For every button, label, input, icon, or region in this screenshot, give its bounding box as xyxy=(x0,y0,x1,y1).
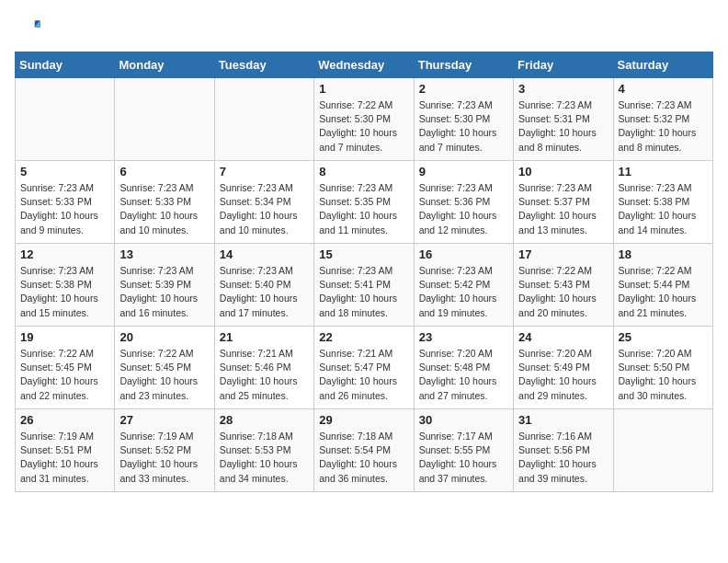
day-number: 7 xyxy=(220,165,309,178)
day-info: Sunrise: 7:20 AM Sunset: 5:50 PM Dayligh… xyxy=(619,347,708,403)
day-number: 2 xyxy=(419,82,508,96)
day-info: Sunrise: 7:22 AM Sunset: 5:43 PM Dayligh… xyxy=(518,264,608,320)
day-number: 25 xyxy=(619,330,708,344)
day-number: 28 xyxy=(220,413,309,427)
calendar-cell: 4Sunrise: 7:23 AM Sunset: 5:32 PM Daylig… xyxy=(613,78,712,161)
day-info: Sunrise: 7:23 AM Sunset: 5:36 PM Dayligh… xyxy=(419,181,508,237)
calendar-cell: 20Sunrise: 7:22 AM Sunset: 5:45 PM Dayli… xyxy=(115,327,214,409)
calendar-cell: 12Sunrise: 7:23 AM Sunset: 5:38 PM Dayli… xyxy=(16,244,115,327)
day-info: Sunrise: 7:23 AM Sunset: 5:41 PM Dayligh… xyxy=(319,264,408,320)
calendar-cell: 29Sunrise: 7:18 AM Sunset: 5:54 PM Dayli… xyxy=(314,409,414,492)
calendar-cell: 26Sunrise: 7:19 AM Sunset: 5:51 PM Dayli… xyxy=(16,409,115,492)
calendar-cell: 21Sunrise: 7:21 AM Sunset: 5:46 PM Dayli… xyxy=(214,327,313,409)
day-header-wednesday: Wednesday xyxy=(314,52,414,78)
calendar-week-row: 19Sunrise: 7:22 AM Sunset: 5:45 PM Dayli… xyxy=(16,327,713,409)
day-number: 29 xyxy=(319,413,408,427)
calendar-cell: 16Sunrise: 7:23 AM Sunset: 5:42 PM Dayli… xyxy=(414,244,513,327)
calendar-cell xyxy=(115,78,214,161)
day-number: 13 xyxy=(119,247,209,261)
day-info: Sunrise: 7:16 AM Sunset: 5:56 PM Dayligh… xyxy=(518,430,608,486)
day-info: Sunrise: 7:23 AM Sunset: 5:35 PM Dayligh… xyxy=(319,181,408,237)
calendar-cell: 6Sunrise: 7:23 AM Sunset: 5:33 PM Daylig… xyxy=(115,161,214,244)
page-header xyxy=(15,15,713,40)
day-number: 30 xyxy=(419,413,508,427)
day-number: 22 xyxy=(319,330,408,344)
calendar-cell xyxy=(613,409,712,492)
calendar-cell: 1Sunrise: 7:22 AM Sunset: 5:30 PM Daylig… xyxy=(314,78,414,161)
day-info: Sunrise: 7:23 AM Sunset: 5:30 PM Dayligh… xyxy=(419,98,508,155)
calendar-cell: 11Sunrise: 7:23 AM Sunset: 5:38 PM Dayli… xyxy=(613,161,712,244)
day-info: Sunrise: 7:23 AM Sunset: 5:38 PM Dayligh… xyxy=(619,181,708,237)
day-number: 31 xyxy=(518,413,608,427)
day-number: 4 xyxy=(619,82,708,96)
day-info: Sunrise: 7:23 AM Sunset: 5:33 PM Dayligh… xyxy=(20,181,109,237)
calendar-cell: 18Sunrise: 7:22 AM Sunset: 5:44 PM Dayli… xyxy=(613,244,712,327)
day-info: Sunrise: 7:21 AM Sunset: 5:46 PM Dayligh… xyxy=(220,347,309,403)
calendar-cell: 23Sunrise: 7:20 AM Sunset: 5:48 PM Dayli… xyxy=(414,327,513,409)
day-number: 14 xyxy=(220,247,309,261)
day-info: Sunrise: 7:22 AM Sunset: 5:45 PM Dayligh… xyxy=(119,347,209,403)
calendar-week-row: 1Sunrise: 7:22 AM Sunset: 5:30 PM Daylig… xyxy=(16,78,713,161)
calendar-cell: 27Sunrise: 7:19 AM Sunset: 5:52 PM Dayli… xyxy=(115,409,214,492)
calendar-cell: 19Sunrise: 7:22 AM Sunset: 5:45 PM Dayli… xyxy=(16,327,115,409)
logo-icon xyxy=(15,15,40,40)
day-info: Sunrise: 7:23 AM Sunset: 5:40 PM Dayligh… xyxy=(220,264,309,320)
calendar-cell xyxy=(214,78,313,161)
calendar-cell: 7Sunrise: 7:23 AM Sunset: 5:34 PM Daylig… xyxy=(214,161,313,244)
day-header-sunday: Sunday xyxy=(16,52,115,78)
calendar-cell: 5Sunrise: 7:23 AM Sunset: 5:33 PM Daylig… xyxy=(16,161,115,244)
calendar-cell: 22Sunrise: 7:21 AM Sunset: 5:47 PM Dayli… xyxy=(314,327,414,409)
day-info: Sunrise: 7:23 AM Sunset: 5:33 PM Dayligh… xyxy=(119,181,209,237)
calendar-cell: 24Sunrise: 7:20 AM Sunset: 5:49 PM Dayli… xyxy=(514,327,613,409)
calendar-cell: 25Sunrise: 7:20 AM Sunset: 5:50 PM Dayli… xyxy=(613,327,712,409)
day-info: Sunrise: 7:18 AM Sunset: 5:53 PM Dayligh… xyxy=(220,430,309,486)
day-info: Sunrise: 7:22 AM Sunset: 5:45 PM Dayligh… xyxy=(20,347,109,403)
day-number: 24 xyxy=(518,330,608,344)
calendar-cell: 2Sunrise: 7:23 AM Sunset: 5:30 PM Daylig… xyxy=(414,78,513,161)
day-info: Sunrise: 7:20 AM Sunset: 5:48 PM Dayligh… xyxy=(419,347,508,403)
calendar-cell: 28Sunrise: 7:18 AM Sunset: 5:53 PM Dayli… xyxy=(214,409,313,492)
day-number: 16 xyxy=(419,247,508,261)
day-info: Sunrise: 7:23 AM Sunset: 5:38 PM Dayligh… xyxy=(20,264,109,320)
day-number: 12 xyxy=(20,247,109,261)
day-number: 15 xyxy=(319,247,408,261)
day-number: 21 xyxy=(220,330,309,344)
calendar-cell: 14Sunrise: 7:23 AM Sunset: 5:40 PM Dayli… xyxy=(214,244,313,327)
day-info: Sunrise: 7:23 AM Sunset: 5:32 PM Dayligh… xyxy=(619,98,708,155)
calendar-week-row: 5Sunrise: 7:23 AM Sunset: 5:33 PM Daylig… xyxy=(16,161,713,244)
day-number: 6 xyxy=(119,165,209,178)
day-info: Sunrise: 7:18 AM Sunset: 5:54 PM Dayligh… xyxy=(319,430,408,486)
day-number: 9 xyxy=(419,165,508,178)
calendar-cell: 9Sunrise: 7:23 AM Sunset: 5:36 PM Daylig… xyxy=(414,161,513,244)
day-info: Sunrise: 7:23 AM Sunset: 5:42 PM Dayligh… xyxy=(419,264,508,320)
day-info: Sunrise: 7:19 AM Sunset: 5:51 PM Dayligh… xyxy=(20,430,109,486)
day-info: Sunrise: 7:22 AM Sunset: 5:30 PM Dayligh… xyxy=(319,98,408,155)
calendar-table: SundayMondayTuesdayWednesdayThursdayFrid… xyxy=(15,52,713,492)
day-header-saturday: Saturday xyxy=(613,52,712,78)
day-number: 17 xyxy=(518,247,608,261)
calendar-cell: 30Sunrise: 7:17 AM Sunset: 5:55 PM Dayli… xyxy=(414,409,513,492)
day-info: Sunrise: 7:21 AM Sunset: 5:47 PM Dayligh… xyxy=(319,347,408,403)
day-header-friday: Friday xyxy=(514,52,613,78)
day-info: Sunrise: 7:22 AM Sunset: 5:44 PM Dayligh… xyxy=(619,264,708,320)
day-number: 18 xyxy=(619,247,708,261)
day-info: Sunrise: 7:23 AM Sunset: 5:39 PM Dayligh… xyxy=(119,264,209,320)
calendar-cell: 17Sunrise: 7:22 AM Sunset: 5:43 PM Dayli… xyxy=(514,244,613,327)
logo xyxy=(15,15,44,40)
day-info: Sunrise: 7:19 AM Sunset: 5:52 PM Dayligh… xyxy=(119,430,209,486)
day-number: 27 xyxy=(119,413,209,427)
calendar-cell xyxy=(16,78,115,161)
day-number: 3 xyxy=(518,82,608,96)
calendar-cell: 31Sunrise: 7:16 AM Sunset: 5:56 PM Dayli… xyxy=(514,409,613,492)
calendar-cell: 8Sunrise: 7:23 AM Sunset: 5:35 PM Daylig… xyxy=(314,161,414,244)
day-number: 26 xyxy=(20,413,109,427)
day-number: 1 xyxy=(319,82,408,96)
day-header-thursday: Thursday xyxy=(414,52,513,78)
calendar-header-row: SundayMondayTuesdayWednesdayThursdayFrid… xyxy=(16,52,713,78)
calendar-week-row: 12Sunrise: 7:23 AM Sunset: 5:38 PM Dayli… xyxy=(16,244,713,327)
day-number: 19 xyxy=(20,330,109,344)
day-number: 5 xyxy=(20,165,109,178)
day-number: 20 xyxy=(119,330,209,344)
day-header-monday: Monday xyxy=(115,52,214,78)
calendar-week-row: 26Sunrise: 7:19 AM Sunset: 5:51 PM Dayli… xyxy=(16,409,713,492)
